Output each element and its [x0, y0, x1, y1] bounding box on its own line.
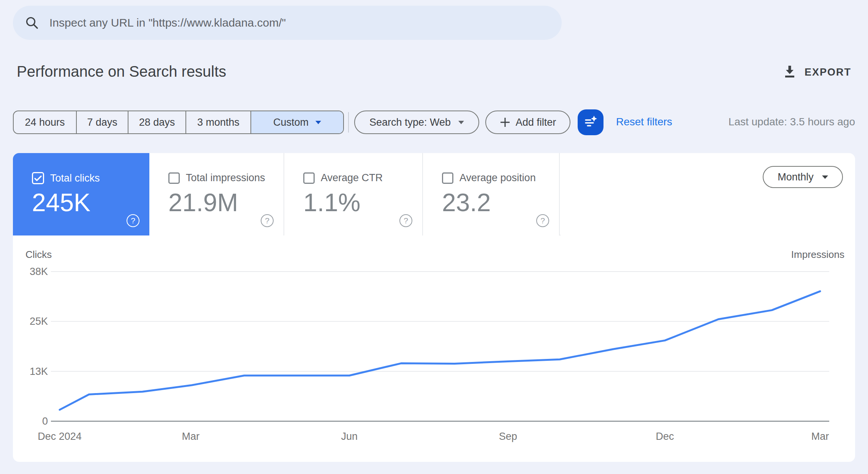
- x-tick-label: Dec 2024: [38, 431, 82, 442]
- y-tick-label: 38K: [30, 266, 48, 277]
- search-icon: [25, 16, 39, 30]
- clicks-trend-line[interactable]: [60, 291, 820, 410]
- y-tick-label: 0: [42, 416, 48, 427]
- x-tick-label: Sep: [499, 431, 517, 442]
- filter-bar: 24 hours 7 days 28 days 3 months Custom …: [0, 111, 868, 134]
- range-custom-dropdown[interactable]: Custom: [250, 111, 343, 133]
- filter-divider: [348, 112, 349, 133]
- chevron-down-icon: [315, 121, 321, 124]
- search-type-filter[interactable]: Search type: Web: [354, 111, 479, 134]
- range-24-hours[interactable]: 24 hours: [14, 111, 76, 133]
- x-tick-label: Jun: [341, 431, 358, 442]
- x-tick-label: Mar: [182, 431, 200, 442]
- y-tick-label: 13K: [30, 366, 48, 377]
- y-tick-label: 25K: [30, 316, 48, 327]
- add-filter-label: Add filter: [516, 117, 556, 128]
- date-range-segmented-control: 24 hours 7 days 28 days 3 months Custom: [13, 111, 344, 134]
- card-total-clicks[interactable]: Total clicks 245K ?: [13, 153, 149, 235]
- range-7-days[interactable]: 7 days: [76, 111, 128, 133]
- url-inspect-searchbar[interactable]: [13, 6, 562, 40]
- export-label: EXPORT: [805, 66, 851, 78]
- chevron-down-icon: [458, 121, 464, 124]
- x-tick-label: Dec: [656, 431, 674, 442]
- page-title: Performance on Search results: [17, 63, 226, 80]
- x-tick-label: Mar: [811, 431, 829, 442]
- performance-panel: Total clicks 245K ? Total impressions 21…: [13, 153, 855, 462]
- filter-sparkle-icon: [583, 115, 598, 130]
- download-icon: [783, 65, 796, 80]
- checkbox-checked-icon[interactable]: [32, 172, 44, 184]
- card-label: Total clicks: [50, 172, 100, 184]
- range-28-days[interactable]: 28 days: [128, 111, 185, 133]
- plus-icon: [500, 117, 510, 128]
- reset-filters-link[interactable]: Reset filters: [616, 116, 672, 128]
- search-input[interactable]: [49, 16, 546, 29]
- export-button[interactable]: EXPORT: [783, 65, 851, 80]
- add-filter-button[interactable]: Add filter: [485, 111, 570, 134]
- smart-filter-button[interactable]: [578, 109, 603, 135]
- help-circle-icon[interactable]: ?: [127, 214, 139, 227]
- range-custom-label: Custom: [273, 117, 309, 128]
- range-3-months[interactable]: 3 months: [185, 111, 250, 133]
- search-type-label: Search type: Web: [369, 117, 451, 128]
- last-update-text: Last update: 3.5 hours ago: [729, 116, 855, 128]
- card-value: 245K: [32, 188, 90, 217]
